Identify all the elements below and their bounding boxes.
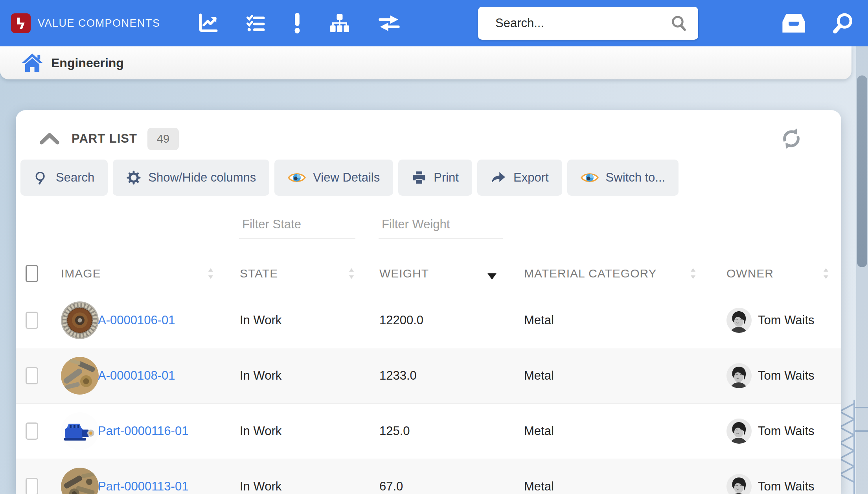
tasks-checklist-icon[interactable] (246, 14, 265, 33)
column-header-weight[interactable]: WEIGHT (375, 255, 521, 292)
result-count-badge: 49 (147, 128, 179, 150)
owner-name: Tom Waits (758, 479, 815, 494)
sort-arrows-icon (690, 268, 697, 279)
page-scrollbar-thumb[interactable] (857, 75, 867, 267)
chart-line-icon[interactable] (198, 13, 218, 33)
print-button[interactable]: Print (398, 160, 472, 196)
row-checkbox[interactable] (26, 312, 38, 329)
inbox-tray-icon[interactable] (782, 13, 806, 34)
view-details-button[interactable]: View Details (274, 160, 393, 196)
owner-avatar (726, 474, 752, 494)
material-cell: Metal (521, 313, 719, 327)
sort-arrows-icon (348, 268, 355, 279)
export-button[interactable]: Export (477, 160, 562, 196)
brand-name: VALUE COMPONENTS (38, 17, 160, 29)
weight-cell: 12200.0 (375, 313, 521, 327)
owner-avatar (726, 419, 752, 444)
sort-desc-icon (487, 273, 497, 280)
weight-cell: 67.0 (375, 479, 521, 494)
select-all-checkbox[interactable] (26, 265, 38, 282)
global-search-box (478, 7, 698, 40)
search-box-magnifier-icon[interactable] (670, 14, 688, 32)
material-cell: Metal (521, 369, 719, 383)
table-header-row: IMAGE STATE WEIGHT MATERIAL CATEGORY OWN… (16, 255, 841, 292)
top-app-bar: VALUE COMPONENTS (0, 0, 868, 46)
column-header-state[interactable]: STATE (236, 255, 375, 292)
weight-cell: 125.0 (375, 424, 521, 438)
column-header-material-category[interactable]: MATERIAL CATEGORY (521, 255, 719, 292)
part-thumbnail[interactable] (61, 468, 99, 494)
owner-avatar (726, 363, 752, 388)
owner-name: Tom Waits (758, 313, 815, 327)
show-hide-columns-button[interactable]: Show/Hide columns (113, 160, 269, 196)
row-checkbox[interactable] (26, 422, 38, 440)
table-row: A-0000108-01 In Work 1233.0 Metal Tom Wa… (16, 348, 841, 403)
part-number-link[interactable]: Part-0000113-01 (98, 479, 188, 494)
table-row: Part-0000116-01 In Work 125.0 Metal Tom … (16, 403, 841, 459)
table-toolbar: Search Show/Hide columns (16, 154, 841, 196)
part-thumbnail[interactable] (61, 412, 99, 450)
row-checkbox[interactable] (26, 478, 38, 494)
filter-row (16, 211, 841, 244)
switch-to-button[interactable]: Switch to... (567, 160, 679, 196)
sitemap-icon[interactable] (329, 13, 350, 33)
topbar-search-icon[interactable] (832, 12, 855, 35)
part-thumbnail[interactable] (61, 357, 99, 395)
eye-icon (581, 171, 599, 184)
owner-name: Tom Waits (758, 369, 815, 383)
owner-name: Tom Waits (758, 424, 815, 438)
collapse-chevron-up-icon[interactable] (39, 132, 60, 145)
column-header-image[interactable]: IMAGE (43, 255, 236, 292)
table-row: Part-0000113-01 In Work 67.0 Metal Tom W… (16, 459, 841, 494)
eye-icon (288, 171, 306, 184)
search-button[interactable]: Search (20, 160, 108, 196)
material-cell: Metal (521, 424, 719, 438)
breadcrumb-current[interactable]: Engineering (51, 56, 124, 70)
alert-exclamation-icon[interactable] (293, 12, 302, 34)
home-icon[interactable] (21, 53, 43, 73)
state-cell: In Work (236, 369, 375, 383)
global-search-input[interactable] (478, 7, 670, 40)
sort-arrows-icon (822, 268, 829, 279)
logo-glyph-icon (13, 16, 28, 31)
part-number-link[interactable]: Part-0000116-01 (98, 424, 188, 438)
gear-icon (126, 170, 141, 185)
page-scrollbar-track[interactable] (856, 46, 868, 494)
column-header-owner[interactable]: OWNER (719, 255, 841, 292)
sort-arrows-icon (207, 268, 214, 279)
part-number-link[interactable]: A-0000106-01 (98, 313, 175, 327)
owner-avatar (726, 308, 752, 333)
breadcrumb: Engineering (0, 46, 851, 79)
weight-cell: 1233.0 (375, 369, 521, 383)
filter-state-input[interactable] (239, 217, 355, 239)
state-cell: In Work (236, 479, 375, 494)
part-thumbnail[interactable] (61, 301, 99, 339)
filter-weight-input[interactable] (379, 217, 503, 239)
part-number-link[interactable]: A-0000108-01 (98, 369, 175, 383)
part-list-panel: PART LIST 49 Search (16, 110, 841, 494)
app-logo-icon (11, 13, 31, 33)
export-arrow-icon (491, 170, 506, 185)
panel-title: PART LIST (72, 132, 137, 146)
exchange-arrows-icon[interactable] (378, 14, 401, 33)
state-cell: In Work (236, 313, 375, 327)
state-cell: In Work (236, 424, 375, 438)
table-row: A-0000106-01 In Work 12200.0 Metal Tom W… (16, 292, 841, 348)
material-cell: Metal (521, 479, 719, 494)
row-checkbox[interactable] (26, 367, 38, 384)
search-icon (34, 170, 49, 185)
printer-icon (412, 170, 427, 185)
refresh-icon[interactable] (780, 127, 803, 150)
